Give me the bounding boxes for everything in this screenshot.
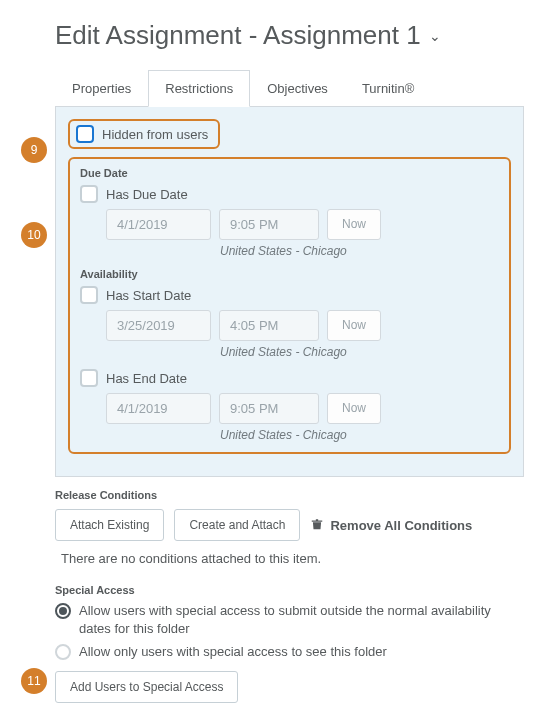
add-users-special-button[interactable]: Add Users to Special Access <box>55 671 238 703</box>
hidden-checkbox[interactable] <box>76 125 94 143</box>
special-access-option-1[interactable]: Allow users with special access to submi… <box>55 602 524 637</box>
create-attach-button[interactable]: Create and Attach <box>174 509 300 541</box>
start-time-input[interactable]: 4:05 PM <box>219 310 319 341</box>
hidden-from-users-row: Hidden from users <box>68 119 220 149</box>
radio-only-special[interactable] <box>55 644 71 660</box>
has-due-date-checkbox[interactable] <box>80 185 98 203</box>
radio-allow-outside[interactable] <box>55 603 71 619</box>
tab-bar: Properties Restrictions Objectives Turni… <box>55 69 524 107</box>
due-date-input[interactable]: 4/1/2019 <box>106 209 211 240</box>
radio-allow-outside-label: Allow users with special access to submi… <box>79 602 524 637</box>
has-due-date-row: Has Due Date <box>80 185 499 203</box>
tab-restrictions[interactable]: Restrictions <box>148 70 250 107</box>
due-date-inputs: 4/1/2019 9:05 PM Now <box>106 209 499 240</box>
page-title-text: Edit Assignment - Assignment 1 <box>55 20 421 51</box>
has-end-date-row: Has End Date <box>80 369 499 387</box>
radio-only-special-label: Allow only users with special access to … <box>79 643 387 661</box>
due-timezone: United States - Chicago <box>220 244 499 258</box>
has-start-date-row: Has Start Date <box>80 286 499 304</box>
due-date-heading: Due Date <box>80 167 499 179</box>
special-access-section: Special Access Allow users with special … <box>55 584 524 703</box>
has-end-date-label: Has End Date <box>106 371 187 386</box>
attach-existing-button[interactable]: Attach Existing <box>55 509 164 541</box>
release-conditions-heading: Release Conditions <box>55 489 524 501</box>
tab-objectives[interactable]: Objectives <box>250 70 345 107</box>
tab-properties[interactable]: Properties <box>55 70 148 107</box>
has-start-date-label: Has Start Date <box>106 288 191 303</box>
end-time-input[interactable]: 9:05 PM <box>219 393 319 424</box>
start-date-input[interactable]: 3/25/2019 <box>106 310 211 341</box>
due-time-input[interactable]: 9:05 PM <box>219 209 319 240</box>
special-access-option-2[interactable]: Allow only users with special access to … <box>55 643 524 661</box>
chevron-down-icon[interactable]: ⌄ <box>429 28 441 44</box>
start-date-inputs: 3/25/2019 4:05 PM Now <box>106 310 499 341</box>
availability-heading: Availability <box>80 268 499 280</box>
remove-all-conditions[interactable]: Remove All Conditions <box>310 517 472 534</box>
end-date-input[interactable]: 4/1/2019 <box>106 393 211 424</box>
has-due-date-label: Has Due Date <box>106 187 188 202</box>
restrictions-panel: Hidden from users Due Date Has Due Date … <box>55 107 524 477</box>
no-conditions-text: There are no conditions attached to this… <box>61 551 524 566</box>
start-now-button[interactable]: Now <box>327 310 381 341</box>
remove-all-label: Remove All Conditions <box>330 518 472 533</box>
has-start-date-checkbox[interactable] <box>80 286 98 304</box>
start-timezone: United States - Chicago <box>220 345 499 359</box>
end-now-button[interactable]: Now <box>327 393 381 424</box>
end-timezone: United States - Chicago <box>220 428 499 442</box>
tab-turnitin[interactable]: Turnitin® <box>345 70 431 107</box>
special-access-heading: Special Access <box>55 584 524 596</box>
release-conditions-section: Release Conditions Attach Existing Creat… <box>55 489 524 566</box>
page-title: Edit Assignment - Assignment 1 ⌄ <box>55 20 524 51</box>
hidden-label: Hidden from users <box>102 127 208 142</box>
callout-9: 9 <box>21 137 47 163</box>
callout-10: 10 <box>21 222 47 248</box>
trash-icon <box>310 517 324 534</box>
callout-11: 11 <box>21 668 47 694</box>
due-now-button[interactable]: Now <box>327 209 381 240</box>
has-end-date-checkbox[interactable] <box>80 369 98 387</box>
dates-box: Due Date Has Due Date 4/1/2019 9:05 PM N… <box>68 157 511 454</box>
end-date-inputs: 4/1/2019 9:05 PM Now <box>106 393 499 424</box>
